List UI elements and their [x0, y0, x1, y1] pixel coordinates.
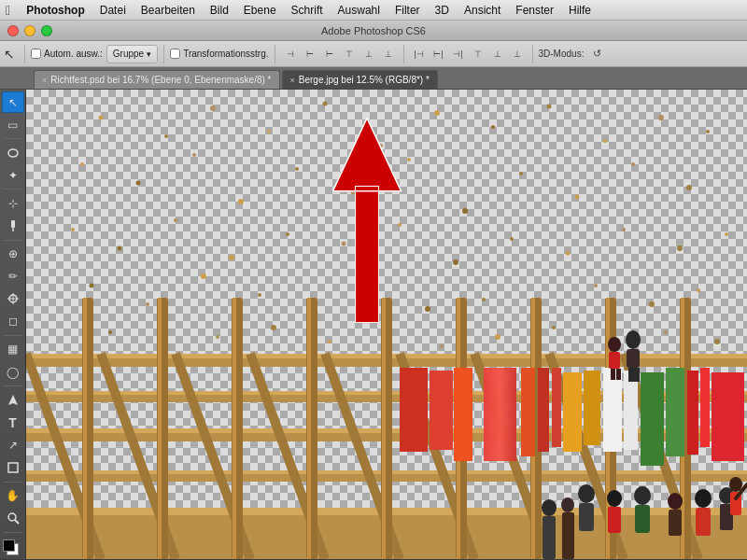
menu-ebene[interactable]: Ebene: [237, 2, 283, 19]
path-select-tool[interactable]: ↗: [2, 434, 24, 455]
brush-tool[interactable]: ✏: [2, 266, 24, 287]
menu-fenster[interactable]: Fenster: [509, 2, 560, 19]
gruppe-dropdown[interactable]: Gruppe: [106, 45, 158, 63]
dist-top-icon[interactable]: ⊤: [469, 45, 487, 63]
clone-tool[interactable]: [2, 288, 24, 310]
svg-rect-133: [634, 368, 640, 382]
dist-bottom-icon[interactable]: ⊥: [508, 45, 527, 63]
svg-point-30: [519, 172, 523, 175]
eyedropper-icon: [7, 219, 19, 232]
threed-rotate-icon[interactable]: ↺: [587, 45, 606, 63]
svg-rect-129: [454, 368, 472, 461]
dist-left-icon[interactable]: |⊣: [410, 45, 429, 63]
svg-point-21: [706, 130, 710, 133]
spot-heal-tool[interactable]: ⊕: [2, 244, 24, 265]
svg-rect-139: [579, 503, 594, 531]
transform-checkbox-input[interactable]: [170, 49, 180, 59]
menu-auswahl[interactable]: Auswahl: [331, 2, 387, 19]
dodge-tool[interactable]: ◯: [2, 361, 24, 383]
transform-checkbox[interactable]: Transformationsstrg.: [170, 49, 268, 59]
eraser-tool[interactable]: ◻: [2, 311, 24, 332]
align-center-h-icon[interactable]: ⊢: [301, 45, 319, 63]
autom-checkbox-input[interactable]: [31, 49, 41, 59]
svg-point-138: [578, 484, 595, 503]
menu-bearbeiten[interactable]: Bearbeiten: [134, 2, 202, 19]
autom-checkbox[interactable]: Autom. ausw.:: [31, 49, 103, 59]
align-icons: ⊣ ⊢ ⊢ ⊤ ⊥ ⊥: [281, 45, 398, 63]
align-bottom-icon[interactable]: ⊥: [379, 45, 398, 63]
svg-point-150: [729, 477, 742, 492]
shape-tool[interactable]: [2, 456, 24, 478]
svg-point-43: [566, 251, 571, 256]
title-bar: Adobe Photoshop CS6: [0, 21, 747, 41]
foreground-color-swatch[interactable]: [3, 539, 15, 552]
canvas-image: [26, 90, 747, 559]
marquee-tool[interactable]: ▭: [2, 114, 24, 135]
magic-wand-tool[interactable]: ✦: [2, 164, 24, 186]
text-tool[interactable]: T: [2, 412, 24, 433]
eyedropper-tool[interactable]: [2, 215, 24, 236]
minimize-button[interactable]: [24, 25, 35, 36]
svg-point-146: [695, 489, 712, 508]
scaffold-scene: [26, 298, 747, 559]
svg-point-26: [295, 167, 299, 171]
hand-tool[interactable]: ✋: [2, 484, 24, 506]
align-center-v-icon[interactable]: ⊥: [359, 45, 378, 63]
pen-tool[interactable]: [2, 389, 24, 411]
menu-ansicht[interactable]: Ansicht: [458, 2, 507, 19]
svg-rect-102: [307, 298, 311, 559]
svg-point-42: [510, 237, 514, 241]
move-tool[interactable]: ↖: [2, 91, 24, 113]
svg-rect-114: [484, 368, 516, 461]
tab-berge[interactable]: × Berge.jpg bei 12.5% (RGB/8*) *: [282, 70, 438, 89]
zoom-icon: [7, 511, 20, 525]
tab-bar: × Richtfest.psd bei 16.7% (Ebene 0, Eben…: [0, 67, 747, 90]
align-top-icon[interactable]: ⊤: [340, 45, 359, 63]
svg-point-38: [286, 232, 289, 236]
svg-point-32: [631, 162, 635, 166]
menu-bild[interactable]: Bild: [204, 2, 235, 19]
svg-rect-143: [635, 505, 650, 533]
lasso-icon: [7, 147, 20, 160]
svg-rect-136: [611, 369, 615, 380]
tab-close-berge[interactable]: ×: [290, 76, 295, 85]
menu-photoshop[interactable]: Photoshop: [20, 2, 92, 19]
menu-bar:  Photoshop Datei Bearbeiten Bild Ebene …: [0, 0, 747, 21]
tab-close-richtfest[interactable]: ×: [42, 76, 47, 85]
tab-richtfest[interactable]: × Richtfest.psd bei 16.7% (Ebene 0, Eben…: [34, 70, 280, 89]
lasso-tool[interactable]: [2, 142, 24, 163]
close-button[interactable]: [7, 25, 19, 36]
gradient-tool[interactable]: ▦: [2, 339, 24, 360]
svg-point-36: [174, 218, 177, 222]
svg-point-144: [668, 493, 683, 510]
svg-line-9: [15, 520, 19, 524]
menu-3d[interactable]: 3D: [429, 2, 456, 19]
maximize-button[interactable]: [41, 25, 52, 36]
menu-hilfe[interactable]: Hilfe: [562, 2, 598, 19]
tool-separator-2: [4, 189, 22, 189]
svg-point-19: [603, 139, 607, 143]
menu-datei[interactable]: Datei: [93, 2, 133, 19]
tool-separator-1: [4, 138, 22, 139]
color-swatches[interactable]: [3, 539, 23, 557]
dist-center-v-icon[interactable]: ⊥: [488, 45, 507, 63]
svg-rect-98: [158, 298, 162, 559]
align-left-icon[interactable]: ⊣: [281, 45, 300, 63]
zoom-tool[interactable]: [2, 508, 24, 529]
svg-rect-1: [11, 220, 15, 228]
options-bar: ↖ Autom. ausw.: Gruppe Transformationsst…: [0, 41, 747, 67]
align-right-icon[interactable]: ⊢: [320, 45, 339, 63]
svg-point-16: [434, 110, 440, 116]
menu-schrift[interactable]: Schrift: [285, 2, 330, 19]
crop-tool[interactable]: ⊹: [2, 192, 24, 214]
menu-filter[interactable]: Filter: [388, 2, 427, 19]
svg-rect-156: [562, 512, 574, 559]
svg-rect-118: [563, 372, 582, 452]
svg-point-13: [267, 130, 271, 133]
canvas-area[interactable]: [26, 90, 747, 559]
dist-center-h-icon[interactable]: ⊢|: [430, 45, 448, 63]
dist-right-icon[interactable]: ⊣|: [449, 45, 468, 63]
tool-separator-6: [4, 482, 22, 483]
svg-point-40: [398, 223, 402, 227]
svg-point-23: [136, 181, 141, 186]
